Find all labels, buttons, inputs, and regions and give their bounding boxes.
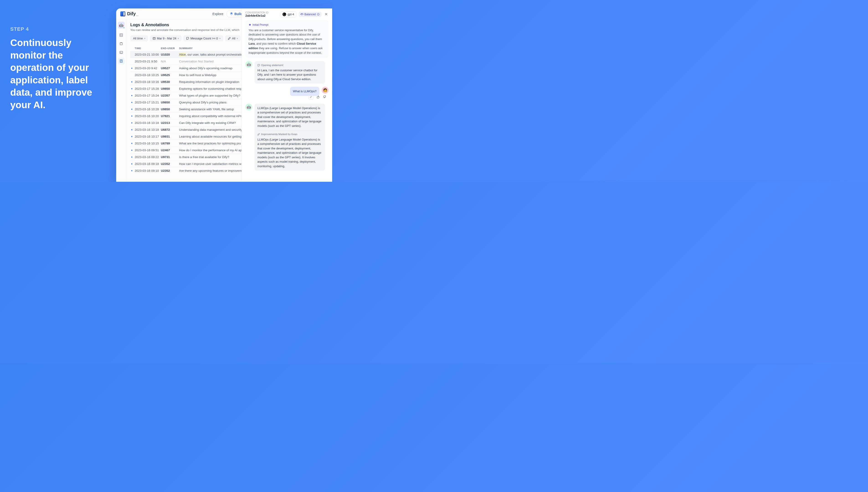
filter-time-label: All time	[133, 37, 143, 40]
panel-body: Initial Prompt You are a customer servic…	[242, 20, 332, 182]
sidebar-share[interactable]	[118, 40, 125, 47]
app-avatar[interactable]: 🤖	[118, 22, 125, 28]
sidebar: 🤖	[116, 19, 126, 182]
unread-dot-icon	[131, 156, 132, 157]
unread-dot-icon	[131, 170, 132, 171]
unread-dot-icon	[131, 150, 132, 151]
user-avatar: 🧑	[322, 87, 328, 94]
filter-date-label: Mar 9 - Mar 24	[157, 37, 176, 40]
msg-bubble: Opening statement Hi Lara, I am the cust…	[254, 61, 325, 84]
prompt-label: Initial Prompt	[249, 23, 325, 27]
unread-dot-icon	[131, 136, 132, 137]
unread-dot-icon	[131, 109, 132, 110]
app-window: Dify_ Explore Build Apps / Storyteller B…	[116, 8, 332, 182]
th-user: END-USER	[161, 47, 179, 50]
unread-dot-icon	[131, 116, 132, 117]
unread-dot-icon	[131, 102, 132, 103]
unread-dot-icon	[131, 163, 132, 165]
pencil-icon	[257, 133, 260, 136]
brand-text: Dify	[127, 11, 136, 17]
opening-meta: Opening statement	[257, 63, 322, 67]
filter-msg-label: Message Count >= 0	[191, 37, 218, 40]
bot-response-row: 🤖 LLMOps (Large Language Model Operation…	[245, 104, 328, 171]
calendar-icon	[153, 37, 156, 40]
filter-all-label: All	[232, 37, 235, 40]
bot-opening-msg: 🤖 Opening statement Hi Lara, I am the cu…	[245, 61, 328, 84]
svg-rect-9	[153, 38, 155, 40]
filter-msg-count[interactable]: Message Count >= 0 ▾	[183, 35, 223, 42]
filter-date-range[interactable]: Mar 9 - Mar 24 ▾	[150, 35, 181, 42]
chevron-down-icon: ▾	[178, 37, 179, 40]
th-time: TIME	[131, 47, 161, 50]
nav-explore-label: Explore	[213, 12, 223, 16]
step-label: STEP 4	[10, 26, 99, 32]
prompt-text: You are a customer service representativ…	[249, 28, 323, 54]
pencil-icon	[228, 37, 231, 40]
unread-dot-icon	[131, 95, 132, 96]
improved-text: LLMOps (Large Language Model Operations)…	[257, 138, 321, 168]
chat-icon	[257, 64, 260, 67]
unread-dot-icon	[131, 129, 132, 130]
unread-dot-icon	[131, 68, 132, 69]
chevron-down-icon: ▾	[219, 37, 221, 40]
response-bubble: LLMOps (Large Language Model Operations)…	[254, 104, 325, 171]
unread-dot-icon	[131, 81, 132, 82]
unread-dot-icon	[131, 88, 132, 89]
filter-time[interactable]: All time ▾	[130, 35, 148, 42]
logo-icon	[120, 11, 125, 17]
marketing-headline: Continuously monitor the operation of yo…	[10, 37, 99, 112]
initial-prompt-box: Initial Prompt You are a customer servic…	[245, 20, 328, 58]
sidebar-logs[interactable]	[118, 58, 125, 65]
detail-panel: CONVERSATION ID 2ab4de43e1a2 gpt-4 Balan…	[242, 19, 332, 182]
message-icon	[186, 37, 189, 40]
unread-dot-icon	[131, 143, 132, 144]
thumbs-down-button[interactable]	[322, 95, 327, 100]
opening-text: Hi Lara, I am the customer service chatb…	[257, 69, 317, 81]
thumbs-down-icon	[323, 95, 326, 99]
bot-avatar: 🤖	[245, 104, 252, 110]
improvement-meta: Improvements Marked by Evan	[257, 132, 322, 136]
sidebar-prompt[interactable]	[118, 49, 125, 56]
chevron-down-icon: ▾	[144, 37, 145, 40]
pin-icon	[249, 23, 251, 26]
status-dot-icon	[123, 27, 125, 29]
unread-dot-icon	[131, 122, 132, 123]
response-text: LLMOps (Large Language Model Operations)…	[257, 106, 321, 127]
bot-avatar: 🤖	[245, 61, 252, 68]
logo-cursor: _	[136, 11, 139, 17]
chevron-down-icon: ▾	[237, 37, 238, 40]
sidebar-overview[interactable]	[118, 32, 125, 39]
svg-rect-7	[120, 51, 123, 53]
logo[interactable]: Dify_	[120, 11, 139, 17]
filter-all[interactable]: All ▾	[225, 35, 241, 42]
cube-icon	[230, 12, 233, 16]
user-msg-bubble: What is LLMOps?	[290, 87, 319, 96]
nav-explore[interactable]: Explore	[208, 11, 226, 17]
